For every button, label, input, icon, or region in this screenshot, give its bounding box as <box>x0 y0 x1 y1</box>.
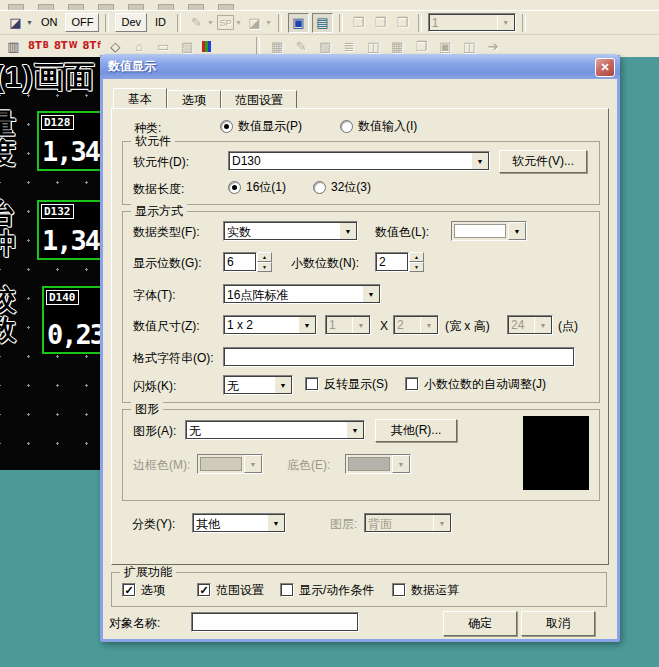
fan-shape-icon[interactable]: ◇ <box>106 37 125 55</box>
tab-range-settings[interactable]: 范围设置 <box>221 90 297 110</box>
device-group-title: 软元件 <box>131 134 175 148</box>
toolbar-icon-stub[interactable] <box>188 4 204 10</box>
ok-button[interactable]: 确定 <box>443 611 517 636</box>
category-combo[interactable]: 其他 ▼ <box>192 513 286 533</box>
options-checkbox[interactable]: ✓ 选项 <box>122 583 165 597</box>
shape-combo[interactable]: 无 ▼ <box>185 420 365 440</box>
dev-button[interactable]: Dev <box>115 13 147 32</box>
grid-icon[interactable]: ▦ <box>388 37 407 55</box>
chevron-down-icon[interactable]: ▼ <box>508 222 526 240</box>
device-icon-sub: W <box>69 41 78 51</box>
toolbar-separator <box>256 37 260 55</box>
dialog-titlebar[interactable]: 数值显示 ✕ <box>100 54 620 79</box>
display-action-condition-checkbox[interactable]: 显示/动作条件 <box>280 583 374 597</box>
font-combo[interactable]: 16点阵标准 ▼ <box>223 284 381 304</box>
fill-color-icon[interactable]: ◪ <box>6 14 25 32</box>
window-overlap-icon[interactable]: ❐ <box>393 14 412 32</box>
chevron-down-icon[interactable]: ▼ <box>298 316 316 334</box>
on-button[interactable]: ON <box>36 14 63 31</box>
lines-icon[interactable]: ≣ <box>340 37 359 55</box>
device-comment-b-icon[interactable]: 8TB <box>28 41 49 51</box>
radio-32bit[interactable]: 32位(3) <box>313 180 371 194</box>
device-comment-w-icon[interactable]: 8TW <box>54 41 78 51</box>
chevron-down-icon[interactable]: ▼ <box>362 285 380 303</box>
graphic-group: 图形 图形(A): 无 ▼ 其他(R)... 边框色(M): ▼ 底色(E): … <box>122 409 600 501</box>
data-operation-checkbox[interactable]: 数据运算 <box>392 583 459 597</box>
layer-combo: 背面 ▼ <box>364 513 452 533</box>
off-button[interactable]: OFF <box>65 13 99 32</box>
no-display-icon[interactable]: ▨ <box>178 37 197 55</box>
sp-icon[interactable]: SP <box>217 15 234 30</box>
size-combo[interactable]: 1 x 2 ▼ <box>223 315 317 335</box>
other-shape-button[interactable]: 其他(R)... <box>375 419 457 442</box>
chevron-down-icon: ▼ <box>352 316 370 334</box>
spin-up-icon[interactable]: ▲ <box>257 252 272 262</box>
tab-basic[interactable]: 基本 <box>113 88 167 110</box>
chevron-down-icon[interactable]: ▼ <box>207 19 214 26</box>
category-label: 分类(Y): <box>132 517 175 531</box>
radio-numeric-input[interactable]: 数值输入(I) <box>340 119 417 133</box>
auto-adjust-checkbox[interactable]: 小数位数的自动调整(J) <box>405 377 546 391</box>
spin-down-icon[interactable]: ▼ <box>409 262 424 272</box>
tab-options[interactable]: 选项 <box>167 90 221 110</box>
toolbar-icon-stub[interactable] <box>8 4 24 10</box>
cancel-button[interactable]: 取消 <box>521 611 595 636</box>
chevron-down-icon[interactable]: ▼ <box>497 14 515 31</box>
window-overlap-icon[interactable]: ❐ <box>349 14 368 32</box>
paint-bucket-icon[interactable]: ◪ <box>245 14 264 32</box>
toolbar-icon-stub[interactable] <box>98 4 114 10</box>
window-overlap-icon[interactable]: ❐ <box>371 14 390 32</box>
decimals-spinner[interactable]: 2 ▲▼ <box>375 252 424 272</box>
dialog-title: 数值显示 <box>100 58 156 75</box>
box2-icon[interactable]: ◫ <box>460 37 479 55</box>
spin-up-icon[interactable]: ▲ <box>409 252 424 262</box>
id-button[interactable]: ID <box>150 14 171 31</box>
data-type-combo[interactable]: 实数 ▼ <box>223 221 358 241</box>
blink-combo[interactable]: 无 ▼ <box>223 375 293 395</box>
canvas-label-3: 校数 <box>0 285 18 345</box>
close-icon[interactable]: ✕ <box>595 58 615 77</box>
device-comment-f-icon[interactable]: 8Tf <box>83 41 101 51</box>
device-icon-sub: f <box>97 41 100 51</box>
range-settings-checkbox[interactable]: ✓ 范围设置 <box>197 583 264 597</box>
hatch-icon[interactable]: ▨ <box>316 37 335 55</box>
toolbar-icon-stub[interactable] <box>68 4 84 10</box>
chart-bars-icon[interactable] <box>202 41 211 52</box>
radio-16bit[interactable]: 16位(1) <box>228 180 286 194</box>
home-icon[interactable]: ⌂ <box>130 37 149 55</box>
pen-style-icon[interactable]: ✎ <box>187 14 206 32</box>
chevron-down-icon[interactable]: ▼ <box>265 19 272 26</box>
arrow-icon[interactable]: ➔ <box>484 37 503 55</box>
box-icon[interactable]: ◫ <box>364 37 383 55</box>
spin-down-icon[interactable]: ▼ <box>257 262 272 272</box>
reverse-display-checkbox[interactable]: 反转显示(S) <box>305 377 388 391</box>
overlap-icon[interactable]: ❐ <box>412 37 431 55</box>
data-list-icon[interactable]: ▤ <box>312 13 333 33</box>
object-name-input[interactable] <box>191 612 359 632</box>
value-color-combo[interactable]: ▼ <box>451 221 527 241</box>
toolbar-icon-stub[interactable] <box>218 4 234 10</box>
toolbar-icon-stub[interactable] <box>38 4 54 10</box>
toolbar-icon-stub[interactable] <box>128 4 144 10</box>
toolbar-icon-stub[interactable] <box>158 4 174 10</box>
device-combo[interactable]: D130 ▼ <box>228 151 490 171</box>
chevron-down-icon[interactable]: ▼ <box>471 152 489 170</box>
preview-icon[interactable]: ▣ <box>436 37 455 55</box>
screen-icon[interactable]: ▭ <box>154 37 173 55</box>
chevron-down-icon[interactable]: ▼ <box>274 376 292 394</box>
preview-window-icon[interactable]: ▣ <box>288 13 309 33</box>
digits-spinner[interactable]: 6 ▲▼ <box>223 252 272 272</box>
chevron-down-icon[interactable]: ▼ <box>346 421 364 439</box>
chevron-down-icon[interactable]: ▼ <box>267 514 285 532</box>
radio-numeric-display[interactable]: 数值显示(P) <box>220 119 302 133</box>
screen-list-icon[interactable]: ▥ <box>4 37 23 55</box>
zoom-select[interactable]: 1 ▼ <box>428 13 516 32</box>
edit-icon[interactable]: ✎ <box>292 37 311 55</box>
format-string-input[interactable] <box>223 347 575 367</box>
x-separator-label: X <box>380 319 388 333</box>
copy-screen-icon[interactable]: ▦ <box>268 37 287 55</box>
chevron-down-icon[interactable]: ▼ <box>339 222 357 240</box>
device-picker-button[interactable]: 软元件(V)... <box>499 150 587 173</box>
chevron-down-icon[interactable]: ▼ <box>235 19 242 26</box>
chevron-down-icon[interactable]: ▼ <box>26 19 33 26</box>
